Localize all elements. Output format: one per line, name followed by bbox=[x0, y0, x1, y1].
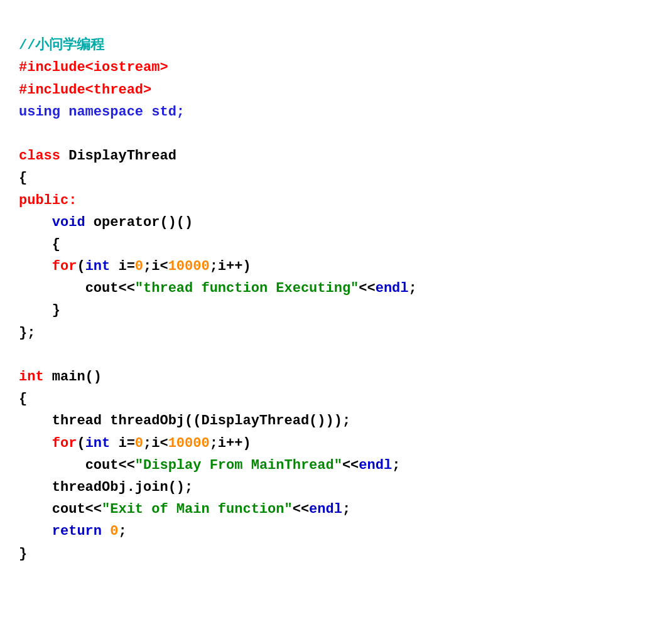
using-namespace: using namespace std; bbox=[19, 104, 185, 120]
string-thread-func: "thread function Executing" bbox=[135, 281, 359, 296]
for-keyword-2: for bbox=[52, 436, 77, 451]
for-open-paren-2: ( bbox=[77, 436, 85, 451]
endl-3: endl bbox=[309, 502, 342, 517]
for-sep-2: ;i< bbox=[143, 436, 168, 451]
cout-3: cout<< bbox=[52, 502, 102, 517]
for-init-1: i= bbox=[110, 259, 135, 274]
thread-join-line: threadObj.join(); bbox=[52, 480, 193, 495]
number-10000-1: 10000 bbox=[168, 259, 210, 274]
semicolon-1: ; bbox=[409, 281, 417, 296]
return-value bbox=[102, 523, 110, 539]
close-brace-class: }; bbox=[19, 325, 35, 341]
void-keyword: void bbox=[52, 215, 85, 230]
number-10000-2: 10000 bbox=[168, 436, 210, 451]
close-brace-op: } bbox=[52, 303, 60, 318]
cout-2: cout<< bbox=[85, 458, 135, 473]
int-main-keyword: int bbox=[19, 369, 44, 385]
number-zero-2: 0 bbox=[135, 436, 143, 451]
semicolon-3: ; bbox=[342, 502, 350, 517]
for-keyword-1: for bbox=[52, 259, 77, 274]
public-keyword: public: bbox=[19, 193, 77, 208]
int-keyword-2: int bbox=[85, 436, 111, 451]
comment-line: //小问学编程 bbox=[19, 38, 104, 53]
main-func: main() bbox=[44, 369, 102, 385]
code-display: //小问学编程 #include<iostream> #include<thre… bbox=[19, 13, 653, 565]
endl-2: endl bbox=[359, 458, 392, 473]
thread-obj-line: thread threadObj((DisplayThread())); bbox=[52, 413, 350, 429]
string-exit-main: "Exit of Main function" bbox=[102, 502, 293, 517]
open-brace-op: { bbox=[52, 237, 60, 252]
class-name: DisplayThread bbox=[60, 148, 176, 164]
for-end-2: ;i++) bbox=[210, 436, 251, 451]
cout-1: cout<< bbox=[85, 281, 135, 296]
class-keyword: class bbox=[19, 148, 60, 164]
for-open-paren-1: ( bbox=[77, 259, 85, 274]
return-keyword: return bbox=[52, 523, 102, 539]
include-iostream: #include<iostream> bbox=[19, 60, 168, 75]
endl-1: endl bbox=[376, 281, 409, 296]
cout-endl-3: << bbox=[293, 502, 309, 517]
int-keyword-1: int bbox=[85, 259, 111, 274]
string-display-main: "Display From MainThread" bbox=[135, 458, 342, 473]
semicolon-2: ; bbox=[392, 458, 400, 473]
for-init-2: i= bbox=[110, 436, 135, 451]
open-brace-class: { bbox=[19, 170, 27, 186]
number-zero-1: 0 bbox=[135, 259, 143, 274]
return-zero: 0 bbox=[110, 523, 118, 539]
return-semicolon: ; bbox=[118, 523, 126, 539]
for-sep-1: ;i< bbox=[143, 259, 168, 274]
open-brace-main: { bbox=[19, 391, 27, 407]
for-end-1: ;i++) bbox=[210, 259, 251, 274]
include-thread: #include<thread> bbox=[19, 82, 151, 98]
cout-endl-2: << bbox=[342, 458, 359, 473]
cout-endl-1: << bbox=[359, 281, 375, 296]
operator-func: operator()() bbox=[85, 215, 193, 230]
close-brace-main: } bbox=[19, 546, 27, 562]
